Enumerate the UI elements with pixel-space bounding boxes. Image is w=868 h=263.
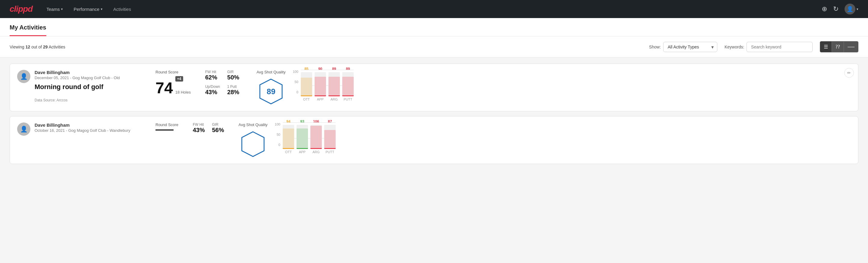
- bar-value-label: 89: [346, 67, 350, 71]
- bar-label: PUTT: [343, 97, 352, 101]
- toolbar: Viewing 12 out of 29 Activities Show: Al…: [0, 36, 868, 57]
- compact-view-button[interactable]: ──: [844, 41, 858, 52]
- nav-activities[interactable]: Activities: [109, 4, 135, 14]
- bar-label: APP: [317, 97, 323, 101]
- bar-group: 93APP: [297, 119, 308, 154]
- user-menu[interactable]: 👤 ▾: [844, 4, 858, 14]
- grid-line-100: [283, 122, 336, 123]
- view-buttons: ☰ ⁇ ──: [820, 41, 858, 52]
- bar-group: 94OTT: [283, 119, 294, 154]
- bar-fill: [297, 128, 308, 149]
- avatar-chevron-icon: ▾: [857, 7, 858, 11]
- card-stats-1: Round Score 74 +4 18 Holes FW Hit 62%: [155, 70, 851, 105]
- card-stats-2: Round Score FW Hit 43% GIR 56% Avg Sho: [155, 122, 851, 158]
- card-top-2: 👤 Dave Billingham October 16, 2021 - Gog…: [17, 122, 851, 158]
- hexagon-wrapper-1: 89: [256, 78, 286, 105]
- page-title: My Activities: [10, 18, 46, 36]
- bar-group: 87PUTT: [324, 119, 336, 154]
- activity-type-dropdown[interactable]: All Activity Types: [663, 42, 717, 52]
- avatar: 👤: [844, 4, 856, 14]
- teams-chevron-icon: ▾: [61, 7, 63, 11]
- bar-value-label: 85: [304, 67, 308, 71]
- round-score-wrapper-1: 74 +4 18 Holes: [155, 76, 191, 96]
- bar-group: 106ARG: [310, 119, 322, 154]
- viewing-count: 12: [26, 45, 30, 49]
- show-group: Show: All Activity Types: [649, 42, 717, 52]
- bar-value-label: 93: [300, 119, 304, 124]
- search-input[interactable]: [746, 42, 813, 52]
- bar-container: [310, 125, 322, 149]
- viewing-text: Viewing 12 out of 29 Activities: [10, 45, 642, 49]
- logo[interactable]: clippd: [10, 4, 32, 14]
- bar-container: [315, 72, 326, 96]
- score-badge-1: +4: [175, 76, 183, 82]
- hexagon-score-1: 89: [267, 87, 276, 96]
- holes-text-1: 18 Holes: [175, 90, 191, 94]
- stats-grid-2: FW Hit 43% GIR 56%: [193, 122, 224, 134]
- bar-fill: [324, 130, 336, 149]
- add-icon[interactable]: ⊕: [822, 5, 827, 13]
- oneputt-1: 1 Putt 28%: [227, 85, 242, 96]
- list-view-button[interactable]: ☰: [820, 41, 832, 52]
- y-axis-label: 50: [292, 80, 298, 84]
- card-info-2: Dave Billingham October 16, 2021 - Gog M…: [35, 122, 130, 133]
- round-score-block-1: Round Score 74 +4 18 Holes: [155, 70, 191, 96]
- fwhit-2: FW Hit 43%: [193, 122, 205, 134]
- round-score-label-2: Round Score: [155, 122, 178, 127]
- y-axis-label: 100: [292, 70, 298, 74]
- activity-card-2: 👤 Dave Billingham October 16, 2021 - Gog…: [10, 116, 858, 164]
- gir-2: GIR 56%: [212, 122, 224, 134]
- bar-top-line: [310, 148, 322, 149]
- bar-group: 90APP: [315, 67, 326, 101]
- bar-label: OTT: [285, 150, 292, 154]
- nav-teams[interactable]: Teams ▾: [42, 4, 67, 14]
- card-info-1: Dave Billingham December 05, 2021 - Gog …: [35, 70, 120, 102]
- round-score-num-1: 74: [155, 80, 173, 96]
- bar-value-label: 106: [313, 119, 319, 124]
- shot-quality-section-2: Avg Shot Quality 10050094OTT93APP106ARG8…: [239, 122, 383, 158]
- bar-container: [297, 125, 308, 149]
- shot-quality-section-1: Avg Shot Quality 89 10050085OTT90APP89AR…: [256, 70, 401, 105]
- activity-type-dropdown-wrapper: All Activity Types: [663, 42, 717, 52]
- bar-top-line: [324, 148, 336, 149]
- card-source-1: Data Source: Arccos: [35, 98, 120, 102]
- activity-card-1: ✏ 👤 Dave Billingham December 05, 2021 - …: [10, 63, 858, 111]
- bar-container: [324, 125, 336, 149]
- svg-marker-1: [242, 132, 264, 156]
- nav-performance[interactable]: Performance ▾: [69, 4, 107, 14]
- keywords-group: Keywords:: [724, 42, 813, 52]
- sub-header: My Activities: [0, 18, 868, 36]
- total-count: 29: [43, 45, 48, 49]
- main-content: ✏ 👤 Dave Billingham December 05, 2021 - …: [0, 57, 868, 175]
- round-score-label-1: Round Score: [155, 70, 191, 74]
- bar-value-label: 87: [328, 119, 332, 124]
- bar-label: OTT: [303, 97, 310, 101]
- shot-quality-left-2: Avg Shot Quality: [239, 122, 268, 158]
- card-top-1: 👤 Dave Billingham December 05, 2021 - Go…: [17, 70, 851, 105]
- updown-1: Up/Down 43%: [205, 85, 220, 96]
- header-right: ⊕ ↻ 👤 ▾: [822, 4, 858, 14]
- bar-label: APP: [299, 150, 306, 154]
- edit-button-1[interactable]: ✏: [844, 68, 854, 78]
- refresh-icon[interactable]: ↻: [833, 5, 839, 13]
- card-name-1: Dave Billingham: [35, 70, 120, 75]
- bar-container: [283, 125, 294, 149]
- bar-label: PUTT: [326, 150, 335, 154]
- grid-line-100: [301, 70, 354, 70]
- bar-chart-2: 10050094OTT93APP106ARG87PUTT: [275, 122, 383, 154]
- card-title-1: Morning round of golf: [35, 83, 120, 91]
- round-score-block-2: Round Score: [155, 122, 178, 130]
- grid-view-button[interactable]: ⁇: [832, 41, 844, 52]
- keywords-label: Keywords:: [724, 45, 744, 49]
- bar-container: [301, 72, 312, 96]
- bar-fill: [310, 126, 322, 149]
- y-axis-label: 0: [275, 143, 280, 147]
- bar-label: ARG: [312, 150, 320, 154]
- bar-fill: [301, 78, 312, 96]
- card-left-2: 👤 Dave Billingham October 16, 2021 - Gog…: [17, 122, 155, 136]
- hexagon-2: [239, 130, 267, 158]
- bar-fill: [315, 77, 326, 96]
- stats-grid-1: FW Hit 62% GIR 50% Up/Down 43% 1 Putt 28…: [205, 70, 242, 96]
- user-avatar-2: 👤: [17, 122, 30, 136]
- bar-fill: [283, 128, 294, 149]
